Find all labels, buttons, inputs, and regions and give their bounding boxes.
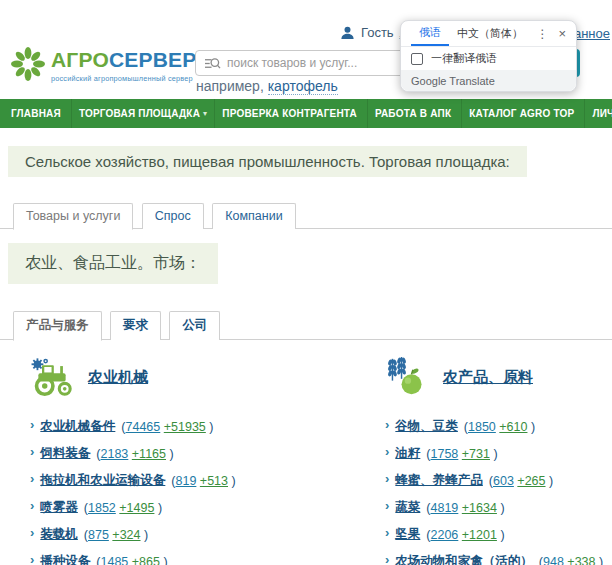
- tab-products-services-zh[interactable]: 产品与服务: [13, 311, 102, 341]
- tab-demand-zh[interactable]: 要求: [110, 311, 161, 340]
- subcategory-link[interactable]: 蜂蜜、养蜂产品: [395, 472, 483, 489]
- subcategory-link[interactable]: 油籽: [395, 445, 420, 462]
- main-nav: ГЛАВНАЯ ТОРГОВАЯ ПЛОЩАДКА ▾ ПРОВЕРКА КОН…: [0, 99, 612, 128]
- always-translate-checkbox[interactable]: [411, 53, 423, 65]
- offer-count-link[interactable]: 948: [543, 555, 564, 565]
- chevron-right-icon: ›: [385, 471, 389, 486]
- nav-item[interactable]: ГЛАВНАЯ: [4, 99, 72, 128]
- list-item: › 饲料装备 (2183 +1165 ): [30, 440, 378, 467]
- nav-item[interactable]: КАТАЛОГ AGRO TOP: [462, 99, 585, 128]
- list-item: › 蜂蜜、养蜂产品 (603 +265 ): [385, 467, 610, 494]
- subcategory-link[interactable]: 谷物、豆类: [395, 418, 458, 435]
- chevron-right-icon: ›: [30, 471, 34, 486]
- chevron-right-icon: ›: [385, 552, 389, 565]
- offer-count-link[interactable]: 1485: [101, 555, 129, 565]
- counts: (603 +265 ): [489, 474, 553, 488]
- subcategory-link[interactable]: 蔬菜: [395, 499, 420, 516]
- section-heading-russian: Сельское хозяйство, пищевая промышленнос…: [8, 146, 527, 177]
- offer-count-link[interactable]: 1758: [431, 447, 459, 461]
- logo[interactable]: АГРОСЕРВЕР.ru российский агропромышленны…: [10, 46, 215, 83]
- tab-companies[interactable]: Компании: [212, 203, 295, 229]
- new-count-link[interactable]: +338: [567, 555, 595, 565]
- counts: (948 +338 ): [539, 555, 603, 565]
- counts: (1850 +610 ): [464, 420, 535, 434]
- logo-brand-blue: СЕРВЕР: [109, 48, 197, 71]
- subcategory-link[interactable]: 播种设备: [40, 553, 90, 565]
- category-products: 农产品、原料 › 谷物、豆类 (1850 +610 ) › 油籽 (1758 +…: [385, 355, 610, 565]
- search-placeholder: поиск товаров и услуг...: [227, 56, 357, 70]
- category-products-header[interactable]: 农产品、原料: [385, 355, 610, 399]
- subcategory-link[interactable]: 喷雾器: [40, 499, 78, 516]
- offer-count-link[interactable]: 1852: [88, 501, 116, 515]
- close-icon[interactable]: ×: [552, 26, 570, 41]
- new-count-link[interactable]: +731: [462, 447, 490, 461]
- nav-item-label: ЛИЧНЫЙ КАБИНЕТ: [592, 108, 612, 119]
- nav-item[interactable]: ТОРГОВАЯ ПЛОЩАДКА ▾: [72, 99, 215, 128]
- list-item: › 农场动物和家禽（活的） (948 +338 ): [385, 548, 610, 565]
- chevron-right-icon: ›: [30, 498, 34, 513]
- offer-count-link[interactable]: 4819: [431, 501, 459, 515]
- offer-count-link[interactable]: 1850: [468, 420, 496, 434]
- list-item: › 坚果 (2206 +1201 ): [385, 521, 610, 548]
- new-count-link[interactable]: +865: [132, 555, 160, 565]
- tab-goods-services[interactable]: Товары и услуги: [13, 203, 133, 230]
- guest-label: Гость: [361, 25, 394, 40]
- offer-count-link[interactable]: 74465: [126, 420, 161, 434]
- subcategory-link[interactable]: 农业机械备件: [40, 418, 115, 435]
- topbar-link-partial-right[interactable]: анное: [574, 26, 610, 41]
- new-count-link[interactable]: +1201: [462, 528, 497, 542]
- translate-tab-target-language[interactable]: 中文（简体）: [449, 21, 531, 46]
- list-item: › 农业机械备件 (74465 +51935 ): [30, 413, 378, 440]
- nav-item-label: РАБОТА В АПК: [375, 108, 451, 119]
- offer-count-link[interactable]: 2183: [101, 447, 129, 461]
- search-example-link[interactable]: картофель: [268, 78, 338, 95]
- tab-demand[interactable]: Спрос: [142, 203, 204, 229]
- subcategory-link[interactable]: 装载机: [40, 526, 78, 543]
- counts: (2183 +1165 ): [96, 447, 173, 461]
- logo-text: АГРОСЕРВЕР.ru российский агропромышленны…: [51, 46, 215, 83]
- counts: (2206 +1201 ): [426, 528, 504, 542]
- new-count-link[interactable]: +265: [517, 474, 545, 488]
- category-products-title[interactable]: 农产品、原料: [443, 368, 533, 387]
- search-hint-prefix: например,: [196, 78, 268, 94]
- category-products-list: › 谷物、豆类 (1850 +610 ) › 油籽 (1758 +731 ) ›…: [385, 413, 610, 565]
- offer-count-link[interactable]: 2206: [431, 528, 459, 542]
- subcategory-link[interactable]: 拖拉机和农业运输设备: [40, 472, 165, 489]
- new-count-link[interactable]: +610: [499, 420, 527, 434]
- subcategory-link[interactable]: 饲料装备: [40, 445, 90, 462]
- nav-item-label: ПРОВЕРКА КОНТРАГЕНТА: [222, 108, 357, 119]
- offer-count-link[interactable]: 603: [493, 474, 514, 488]
- nav-item[interactable]: РАБОТА В АПК: [368, 99, 462, 128]
- list-item: › 播种设备 (1485 +865 ): [30, 548, 378, 565]
- chevron-right-icon: ›: [385, 498, 389, 513]
- new-count-link[interactable]: +1495: [119, 501, 154, 515]
- counts: (875 +324 ): [84, 528, 148, 542]
- new-count-link[interactable]: +1634: [462, 501, 497, 515]
- nav-item[interactable]: ЛИЧНЫЙ КАБИНЕТ: [585, 99, 612, 128]
- chevron-right-icon: ›: [30, 417, 34, 432]
- google-translate-popup: 俄语 中文（简体） ⋮ × 一律翻译俄语 Google Translate: [400, 20, 577, 92]
- category-machinery-title[interactable]: 农业机械: [88, 368, 148, 387]
- new-count-link[interactable]: +51935: [164, 420, 206, 434]
- subcategory-link[interactable]: 农场动物和家禽（活的）: [395, 553, 533, 565]
- tab-companies-zh[interactable]: 公司: [169, 311, 220, 340]
- category-machinery-list: › 农业机械备件 (74465 +51935 ) › 饲料装备 (2183 +1…: [30, 413, 378, 565]
- new-count-link[interactable]: +513: [200, 474, 228, 488]
- kebab-menu-icon[interactable]: ⋮: [532, 27, 552, 41]
- nav-item-label: КАТАЛОГ AGRO TOP: [469, 108, 574, 119]
- wheat-apple-icon: [385, 357, 429, 397]
- offer-count-link[interactable]: 819: [176, 474, 197, 488]
- logo-tagline: российский агропромышленный сервер: [51, 74, 215, 83]
- subcategory-link[interactable]: 坚果: [395, 526, 420, 543]
- nav-item-label: ТОРГОВАЯ ПЛОЩАДКА: [79, 108, 200, 119]
- translate-tab-source-language[interactable]: 俄语: [411, 21, 449, 46]
- offer-count-link[interactable]: 875: [88, 528, 109, 542]
- nav-item[interactable]: ПРОВЕРКА КОНТРАГЕНТА: [215, 99, 368, 128]
- counts: (819 +513 ): [171, 474, 235, 488]
- new-count-link[interactable]: +1165: [132, 447, 166, 461]
- new-count-link[interactable]: +324: [112, 528, 140, 542]
- chevron-down-icon: ▾: [203, 109, 207, 118]
- category-machinery-header[interactable]: 农业机械: [30, 355, 378, 399]
- category-machinery: 农业机械 › 农业机械备件 (74465 +51935 ) › 饲料装备 (21…: [30, 355, 378, 565]
- chevron-right-icon: ›: [30, 525, 34, 540]
